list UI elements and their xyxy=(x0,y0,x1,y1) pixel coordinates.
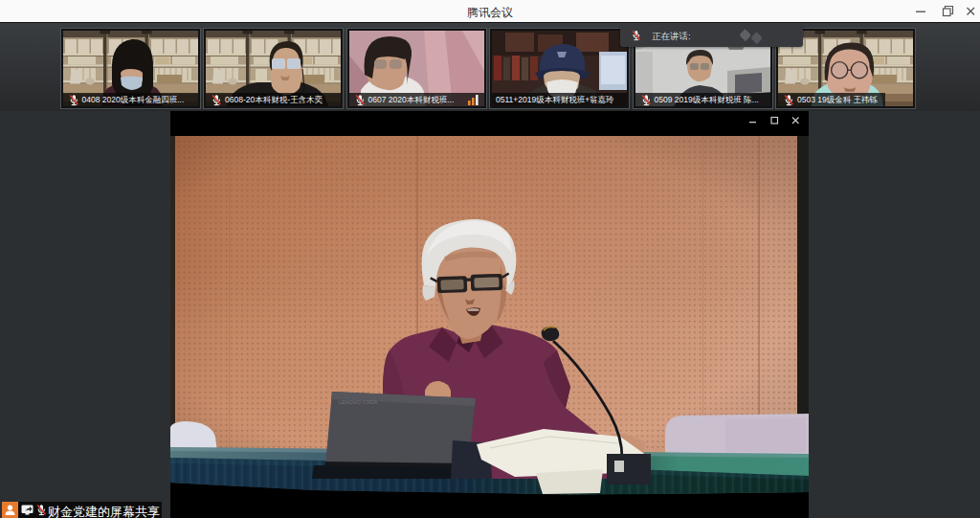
svg-text:LENOVO YOGA: LENOVO YOGA xyxy=(339,399,378,405)
